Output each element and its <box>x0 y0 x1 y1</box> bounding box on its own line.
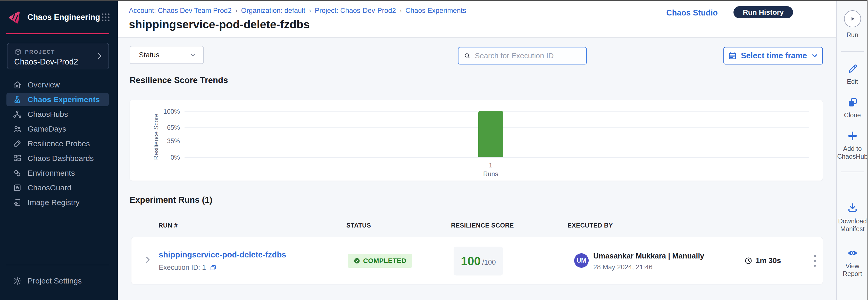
window-top-strip <box>0 0 868 1</box>
status-filter-dropdown[interactable]: Status <box>130 46 204 64</box>
sidebar-item-resilience-probes[interactable]: Resilience Probes <box>6 137 109 150</box>
view-report-label[interactable]: View Report <box>837 262 868 277</box>
run-history-button[interactable]: Run History <box>734 6 793 18</box>
cube-icon <box>14 48 22 56</box>
sidebar-item-overview[interactable]: Overview <box>6 78 109 92</box>
sidebar-item-chaos-experiments[interactable]: Chaos Experiments <box>6 93 109 106</box>
plus-icon[interactable] <box>847 130 858 142</box>
probe-icon <box>12 139 22 148</box>
check-circle-icon <box>353 257 361 264</box>
download-icon[interactable] <box>847 202 858 214</box>
status-text: COMPLETED <box>363 257 406 265</box>
sidebar-divider <box>6 265 109 265</box>
sidebar-item-label: Project Settings <box>28 276 82 285</box>
brand-row: Chaos Engineering <box>8 8 111 26</box>
clock-icon <box>744 257 752 265</box>
search-input[interactable] <box>475 52 581 60</box>
chaos-engineering-logo-icon <box>8 10 22 25</box>
status-badge: COMPLETED <box>348 254 412 268</box>
breadcrumb: Account: Chaos Dev Team Prod2 › Organiza… <box>129 7 466 15</box>
experiment-run-row[interactable]: shippingservice-pod-delete-fzdbs Executi… <box>131 237 823 284</box>
clone-icon[interactable] <box>847 97 858 108</box>
edit-button-label[interactable]: Edit <box>847 78 858 85</box>
calendar-icon <box>728 51 737 60</box>
sidebar-item-label: Image Registry <box>28 198 80 207</box>
run-duration: 1m 30s <box>744 257 781 265</box>
clone-button-label[interactable]: Clone <box>844 111 861 119</box>
avatar: UM <box>574 253 589 268</box>
sidebar-item-label: Chaos Dashboards <box>28 154 94 163</box>
sidebar-nav: Overview Chaos Experiments ChaosHubs <box>6 78 109 209</box>
sidebar-item-label: ChaosHubs <box>28 110 68 119</box>
execution-id-text: Execution ID: 1 <box>159 264 206 272</box>
score-total: /100 <box>482 259 496 267</box>
executed-by-name: Umasankar Mukkara | Manually <box>593 252 704 260</box>
eye-icon[interactable] <box>847 247 858 259</box>
project-label: PROJECT <box>25 49 55 55</box>
search-box <box>458 47 587 64</box>
score-value: 100 <box>461 254 480 268</box>
breadcrumb-account[interactable]: Account: Chaos Dev Team Prod2 <box>129 7 232 15</box>
chevron-down-icon <box>811 52 818 59</box>
lock-shield-icon <box>12 183 22 192</box>
rail-divider <box>841 51 864 52</box>
sidebar: Chaos Engineering PROJECT Chaos-Dev-Prod… <box>0 1 118 300</box>
gridline <box>185 157 809 158</box>
select-time-frame-button[interactable]: Select time frame <box>723 47 823 64</box>
column-header-status: STATUS <box>346 222 371 229</box>
main-area: Account: Chaos Dev Team Prod2 › Organiza… <box>118 1 836 300</box>
sidebar-item-gamedays[interactable]: GameDays <box>6 122 109 136</box>
sidebar-item-chaos-dashboards[interactable]: Chaos Dashboards <box>6 152 109 165</box>
app-window: Chaos Engineering PROJECT Chaos-Dev-Prod… <box>0 0 868 300</box>
row-menu-kebab-icon[interactable] <box>812 253 817 269</box>
resilience-score-chip: 100 /100 <box>454 247 503 275</box>
sidebar-item-label: Overview <box>28 81 60 89</box>
sidebar-item-chaosguard[interactable]: ChaosGuard <box>6 181 109 194</box>
download-manifest-label[interactable]: Download Manifest <box>837 217 868 233</box>
sidebar-item-label: ChaosGuard <box>28 183 71 192</box>
sidebar-item-image-registry[interactable]: Image Registry <box>6 196 109 209</box>
chaos-studio-link[interactable]: Chaos Studio <box>666 8 718 18</box>
search-icon <box>464 52 471 60</box>
chevron-right-icon <box>95 52 104 60</box>
chart-section-title: Resilience Score Trends <box>130 75 228 85</box>
rail-divider <box>841 172 864 172</box>
expand-row-chevron-icon[interactable] <box>143 256 152 264</box>
sidebar-item-environments[interactable]: Environments <box>6 167 109 180</box>
project-selector[interactable]: PROJECT Chaos-Dev-Prod2 <box>7 43 109 69</box>
dashboards-icon <box>12 154 22 163</box>
project-name: Chaos-Dev-Prod2 <box>14 57 78 66</box>
home-icon <box>12 80 22 90</box>
copy-icon[interactable] <box>210 264 217 271</box>
sidebar-item-label: Chaos Experiments <box>28 95 100 104</box>
run-button-label: Run <box>847 31 859 39</box>
breadcrumb-project[interactable]: Project: Chaos-Dev-Prod2 <box>315 7 396 15</box>
breadcrumb-chaos-experiments[interactable]: Chaos Experiments <box>405 7 466 15</box>
sidebar-item-project-settings[interactable]: Project Settings <box>12 276 82 286</box>
executed-at-timestamp: 28 May 2024, 21:46 <box>593 263 653 271</box>
breadcrumb-separator: › <box>309 7 311 15</box>
sidebar-item-chaoshubs[interactable]: ChaosHubs <box>6 108 109 121</box>
module-grid-icon[interactable] <box>100 12 111 23</box>
chart-bar[interactable] <box>478 111 503 157</box>
chart-x-axis-label: Runs <box>466 170 515 178</box>
y-tick-35: 35% <box>157 137 180 145</box>
sidebar-item-label: Resilience Probes <box>28 139 90 148</box>
brand-underline <box>6 33 109 34</box>
people-icon <box>12 124 22 133</box>
column-header-score: RESILIENCE SCORE <box>451 222 514 229</box>
run-button[interactable] <box>844 10 861 27</box>
action-rail: Run Edit Clone Add to ChaosHub Download … <box>836 1 868 300</box>
play-icon <box>849 15 857 23</box>
select-time-frame-label: Select time frame <box>741 51 807 60</box>
y-tick-0: 0% <box>157 154 180 161</box>
edit-pencil-icon[interactable] <box>847 63 858 74</box>
duration-text: 1m 30s <box>756 257 781 265</box>
run-name-link[interactable]: shippingservice-pod-delete-fzdbs <box>159 250 286 260</box>
add-to-chaoshub-label[interactable]: Add to ChaosHub <box>837 145 868 160</box>
page-header: Account: Chaos Dev Team Prod2 › Organiza… <box>118 1 836 38</box>
column-header-executed: EXECUTED BY <box>567 222 613 229</box>
y-tick-100: 100% <box>157 108 180 115</box>
column-header-run: RUN # <box>158 222 178 229</box>
breadcrumb-organization[interactable]: Organization: default <box>241 7 305 15</box>
